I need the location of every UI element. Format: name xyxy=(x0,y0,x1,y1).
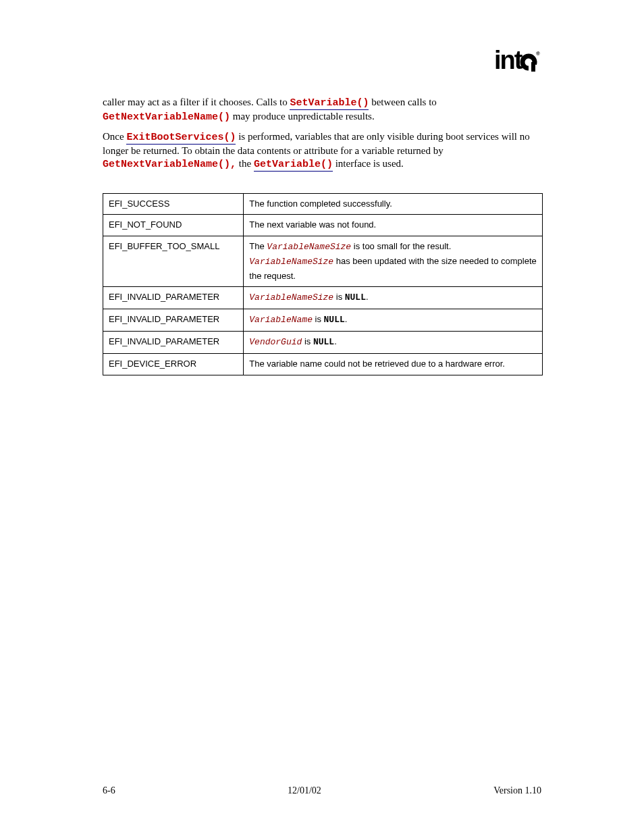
text: The next variable was not found. xyxy=(249,219,376,230)
footer-date: 12/01/02 xyxy=(288,785,321,796)
text: may produce unpredictable results. xyxy=(230,111,375,122)
text: caller may act as a filter if it chooses… xyxy=(103,97,290,107)
table-row: EFI_INVALID_PARAMETERVariableNameSize is… xyxy=(103,287,543,309)
status-description-cell: VariableNameSize is NULL. xyxy=(244,287,543,309)
text: VendorGuid xyxy=(249,337,302,347)
text: . xyxy=(334,336,337,346)
text: NULL xyxy=(324,315,345,325)
status-description-cell: The next variable was not found. xyxy=(244,215,543,236)
status-code-cell: EFI_NOT_FOUND xyxy=(103,215,244,236)
text: is xyxy=(333,292,345,302)
footer-version: Version 1.10 xyxy=(493,785,541,796)
svg-rect-1 xyxy=(531,62,535,72)
text: interface is used. xyxy=(333,158,404,169)
status-code-cell: EFI_DEVICE_ERROR xyxy=(103,353,244,375)
getnextvariablename-code: GetNextVariableName() xyxy=(103,111,230,123)
status-description-cell: VendorGuid is NULL. xyxy=(244,332,543,354)
exitbootservices-link[interactable]: ExitBootServices() xyxy=(126,132,236,145)
intel-logo: int ® xyxy=(494,47,541,78)
getvariable-link[interactable]: GetVariable() xyxy=(254,159,333,172)
table-row: EFI_DEVICE_ERRORThe variable name could … xyxy=(103,353,543,375)
status-description-cell: VariableName is NULL. xyxy=(244,309,543,332)
text: between calls to xyxy=(369,97,436,107)
table-row: EFI_INVALID_PARAMETERVendorGuid is NULL. xyxy=(103,332,543,354)
text: VariableNameSize xyxy=(249,292,333,303)
text: . xyxy=(345,314,348,324)
text: The function completed successfully. xyxy=(249,199,392,209)
status-description-cell: The VariableNameSize is too small for th… xyxy=(244,236,543,287)
status-code-cell: EFI_INVALID_PARAMETER xyxy=(103,287,244,309)
getnextvariablename-code: GetNextVariableName(), xyxy=(103,159,236,170)
status-code-cell: EFI_INVALID_PARAMETER xyxy=(103,309,244,332)
text: VariableNameSize xyxy=(267,242,351,252)
status-codes-table: EFI_SUCCESSThe function completed succes… xyxy=(103,193,543,375)
table-row: EFI_SUCCESSThe function completed succes… xyxy=(103,193,543,215)
table-row: EFI_INVALID_PARAMETERVariableName is NUL… xyxy=(103,309,543,332)
page-footer: 6-6 12/01/02 Version 1.10 xyxy=(103,785,541,796)
text: Once xyxy=(103,131,126,142)
text: VariableNameSize xyxy=(249,257,333,267)
text: The variable name could not be retrieved… xyxy=(249,359,505,369)
text: NULL xyxy=(313,337,334,347)
text: The xyxy=(249,241,267,251)
status-code-cell: EFI_SUCCESS xyxy=(103,193,244,215)
text: NULL xyxy=(345,292,366,303)
text: VariableName xyxy=(249,315,313,325)
paragraph-2: Once ExitBootServices() is performed, va… xyxy=(103,130,543,172)
status-code-cell: EFI_BUFFER_TOO_SMALL xyxy=(103,236,244,287)
footer-page-number: 6-6 xyxy=(103,785,115,796)
status-description-cell: The function completed successfully. xyxy=(244,193,543,215)
table-row: EFI_BUFFER_TOO_SMALLThe VariableNameSize… xyxy=(103,236,543,287)
body-text: caller may act as a filter if it chooses… xyxy=(103,96,543,375)
svg-text:®: ® xyxy=(536,51,540,57)
text: is xyxy=(313,314,324,324)
table-row: EFI_NOT_FOUNDThe next variable was not f… xyxy=(103,215,543,236)
status-description-cell: The variable name could not be retrieved… xyxy=(244,353,543,375)
text: . xyxy=(366,292,369,302)
text: is xyxy=(302,336,313,346)
paragraph-1: caller may act as a filter if it chooses… xyxy=(103,96,543,124)
text: the xyxy=(236,158,254,169)
status-code-cell: EFI_INVALID_PARAMETER xyxy=(103,332,244,354)
setvariable-link[interactable]: SetVariable() xyxy=(290,97,369,110)
text: is too small for the result. xyxy=(351,241,451,251)
svg-text:int: int xyxy=(494,47,523,74)
